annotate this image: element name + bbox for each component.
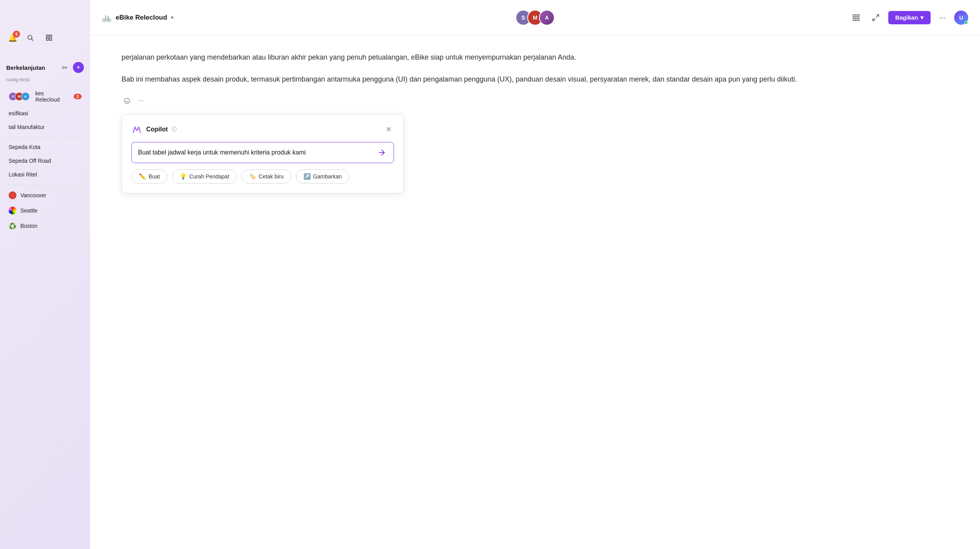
curah-pendapat-icon: 💡 <box>180 173 187 180</box>
item-label-boston: Boston <box>20 223 38 229</box>
expand-icon-btn[interactable] <box>869 11 883 25</box>
notif-badge: 8 <box>13 31 20 38</box>
copilot-close-button[interactable]: ✕ <box>383 124 394 135</box>
add-button[interactable]: + <box>73 62 84 73</box>
svg-rect-7 <box>857 15 859 17</box>
header-right: ≡ ▾ + <box>59 62 84 73</box>
main-area: 🚲 eBike Relecloud ▾ S M A Bagikan ▾ ··· <box>90 0 980 549</box>
copilot-action-buat[interactable]: ✏️ Buat <box>131 169 167 184</box>
sidebar-item-esifikasi[interactable]: esifikasi <box>2 107 88 120</box>
item-label-sepeda-kota: Sepeda Kota <box>9 144 40 150</box>
sidebar-top-icons: 🔔 8 <box>0 31 63 52</box>
item-label-kes-relecloud: kes Relecloud <box>35 90 70 103</box>
topbar-chevron[interactable]: ▾ <box>171 15 174 20</box>
svg-rect-2 <box>46 35 48 37</box>
item-label-lokasi-ritel: Lokasi Ritel <box>9 171 37 178</box>
sidebar-item-seattle[interactable]: Seattle <box>2 203 88 218</box>
buat-icon: ✏️ <box>139 173 146 180</box>
sidebar-section-header: Berkelanjutan ≡ ▾ + <box>0 59 90 76</box>
topbar-title: eBike Relecloud <box>116 14 167 22</box>
more-options-button[interactable]: ··· <box>936 11 949 24</box>
seattle-icon <box>9 207 16 215</box>
sidebar-item-tail-manufaktur[interactable]: tail Manufaktur <box>2 120 88 134</box>
vancouver-icon <box>9 191 16 199</box>
curah-pendapat-label: Curah Pendapat <box>189 173 229 180</box>
topbar-right: Bagikan ▾ ··· U <box>849 11 968 25</box>
sidebar-item-sepeda-off-road[interactable]: Sepeda Off Road <box>2 154 88 167</box>
copilot-action-gambarkan[interactable]: ↗️ Gambarkan <box>296 169 349 184</box>
workspace-label: ruang kerja <box>0 76 90 86</box>
item-label-esifikasi: esifikasi <box>9 110 28 116</box>
svg-rect-9 <box>857 18 859 20</box>
sidebar-item-sepeda-kota[interactable]: Sepeda Kota <box>2 140 88 154</box>
topbar: 🚲 eBike Relecloud ▾ S M A Bagikan ▾ ··· <box>90 0 980 35</box>
copilot-input-row <box>131 142 394 163</box>
svg-rect-4 <box>46 38 48 40</box>
sidebar-rail: 🔔 8 Berkelanjutan ≡ ▾ + ruang kerja <box>0 0 90 549</box>
item-badge-kes-relecloud: 2 <box>74 94 82 99</box>
svg-rect-5 <box>50 38 52 40</box>
boston-icon: ♻️ <box>9 222 16 230</box>
menu-toggle-btn[interactable]: ≡ ▾ <box>59 62 70 73</box>
svg-line-11 <box>873 18 875 20</box>
copilot-actions: ✏️ Buat 💡 Curah Pendapat 🏷️ Cetak biru ↗… <box>131 169 394 184</box>
page-actions: ··· <box>122 95 949 106</box>
bike-icon: 🚲 <box>102 13 112 22</box>
svg-point-12 <box>124 98 130 104</box>
reaction-icon-btn[interactable] <box>122 95 132 106</box>
copilot-title: Copilot <box>146 126 168 133</box>
more-page-options-btn[interactable]: ··· <box>136 95 147 106</box>
item-label-sepeda-off-road: Sepeda Off Road <box>9 158 51 164</box>
item-label-vancouver: Vancouver <box>20 192 46 198</box>
user-avatar[interactable]: U <box>954 11 968 25</box>
cetak-biru-icon: 🏷️ <box>249 173 256 180</box>
avatar-stack: S M A <box>515 10 555 25</box>
svg-line-1 <box>31 39 33 40</box>
layout-icon[interactable] <box>43 31 55 44</box>
sidebar-item-kes-relecloud[interactable]: S M A kes Relecloud 2 <box>2 87 88 106</box>
doc-para-2: Bab ini membahas aspek desain produk, te… <box>122 73 949 85</box>
topbar-avatars: S M A <box>515 10 555 25</box>
doc-content: perjalanan perkotaan yang mendebarkan at… <box>90 35 980 549</box>
avatar-3[interactable]: A <box>539 10 555 25</box>
sidebar-content: Berkelanjutan ≡ ▾ + ruang kerja S M A ke… <box>0 55 90 549</box>
search-icon[interactable] <box>24 31 36 44</box>
sidebar-divider-1 <box>6 137 84 137</box>
cetak-biru-label: Cetak biru <box>259 173 284 180</box>
svg-rect-3 <box>50 35 52 37</box>
gambarkan-icon: ↗️ <box>303 173 311 180</box>
copilot-info-icon[interactable]: ⓘ <box>172 126 177 133</box>
share-button[interactable]: Bagikan ▾ <box>888 11 931 24</box>
sidebar-item-lokasi-ritel[interactable]: Lokasi Ritel <box>2 168 88 181</box>
copilot-send-button[interactable] <box>376 147 387 158</box>
section-title: Berkelanjutan <box>6 64 45 71</box>
gambarkan-label: Gambarkan <box>313 173 342 180</box>
svg-line-10 <box>876 15 878 17</box>
svg-rect-6 <box>853 15 855 17</box>
copilot-action-cetak-biru[interactable]: 🏷️ Cetak biru <box>241 169 291 184</box>
copilot-panel: Copilot ⓘ ✕ ✏️ Buat � <box>122 114 404 193</box>
item-label-tail-manufaktur: tail Manufaktur <box>9 124 45 130</box>
copilot-header: Copilot ⓘ ✕ <box>131 124 394 135</box>
topbar-left: 🚲 eBike Relecloud ▾ <box>102 13 174 22</box>
copilot-action-curah-pendapat[interactable]: 💡 Curah Pendapat <box>172 169 237 184</box>
copilot-logo <box>131 124 142 135</box>
copilot-input[interactable] <box>138 149 372 156</box>
sidebar-divider-2 <box>6 184 84 185</box>
sidebar-item-vancouver[interactable]: Vancouver <box>2 188 88 203</box>
notification-icon[interactable]: 🔔 8 <box>8 33 18 42</box>
grid-icon-btn[interactable] <box>849 11 863 25</box>
team-avatars: S M A <box>9 92 30 101</box>
doc-para-1: perjalanan perkotaan yang mendebarkan at… <box>122 51 949 64</box>
sidebar-item-boston[interactable]: ♻️ Boston <box>2 218 88 233</box>
svg-rect-8 <box>853 18 855 20</box>
share-chevron-icon: ▾ <box>920 14 924 21</box>
item-label-seattle: Seattle <box>20 207 38 214</box>
online-status <box>964 21 968 24</box>
buat-label: Buat <box>149 173 160 180</box>
